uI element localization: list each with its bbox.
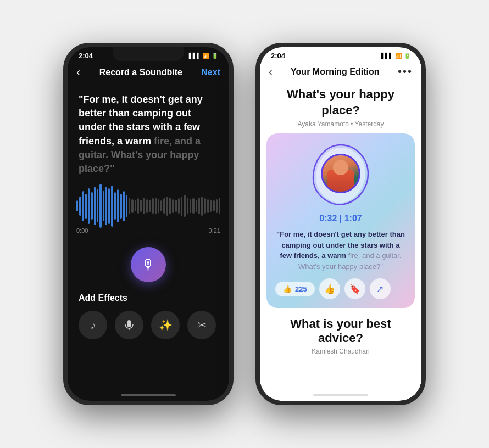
waveform-end: 0:21 — [209, 227, 220, 234]
right-nav-title: Your Morning Edition — [291, 67, 379, 77]
soundbite-card: 0:32 | 1:07 "For me, it doesn't get any … — [266, 133, 415, 308]
left-nav-title: Record a Soundbite — [99, 68, 182, 77]
right-notch — [305, 47, 376, 61]
waveform — [76, 187, 220, 225]
effects-row: ♪ ✨ ✂ — [79, 311, 218, 339]
right-time: 2:04 — [271, 52, 285, 60]
right-phone: 2:04 ▌▌▌ 📶 🔋 ‹ Your Morning Edition ••• … — [255, 43, 426, 405]
right-home-indicator — [313, 394, 368, 396]
home-indicator — [121, 394, 176, 396]
like-icon: 👍 — [283, 285, 292, 293]
mic-icon: 🎙 — [141, 256, 155, 273]
avatar-area — [275, 142, 406, 208]
post1-dot: • — [351, 120, 354, 128]
time-display: 0:32 | 1:07 — [275, 214, 406, 223]
share-button[interactable]: ↗ — [370, 278, 391, 299]
post2-author: Kamlesh Chaudhari — [312, 348, 369, 355]
post1-meta: Ayaka Yamamoto • Yesterday — [260, 120, 421, 128]
time-separator: | — [340, 214, 344, 223]
prompt-text: "For me, it doesn't get any better than … — [68, 84, 229, 182]
transcript: "For me, it doesn't get any better than … — [275, 229, 406, 272]
left-nav-bar: ‹ Record a Soundbite Next — [68, 62, 229, 84]
left-status-icons: ▌▌▌ 📶 🔋 — [189, 53, 218, 59]
avatar-blob — [310, 142, 371, 208]
voice-effect-button[interactable] — [115, 311, 143, 339]
actions-row: 👍 225 👍 🔖 ↗ — [275, 278, 406, 299]
time-total: 1:07 — [344, 214, 362, 223]
left-back-button[interactable]: ‹ — [76, 65, 80, 80]
cut-effect-button[interactable]: ✂ — [187, 311, 216, 339]
effects-section: Add Effects ♪ ✨ ✂ — [68, 282, 229, 339]
post2-meta: Kamlesh Chaudhari — [260, 348, 421, 355]
post1-time: Yesterday — [355, 120, 384, 128]
effects-title: Add Effects — [79, 293, 218, 303]
like-button[interactable]: 👍 225 — [275, 282, 315, 296]
mic-button[interactable]: 🎙 — [131, 247, 166, 282]
right-status-icons: ▌▌▌ 📶 🔋 — [381, 53, 410, 59]
right-back-button[interactable]: ‹ — [269, 65, 273, 78]
magic-effect-button[interactable]: ✨ — [151, 311, 180, 339]
avatar-image — [321, 154, 360, 193]
waveform-container: 0:00 0:21 — [68, 187, 229, 234]
right-nav-bar: ‹ Your Morning Edition ••• — [260, 62, 421, 82]
right-more-button[interactable]: ••• — [398, 65, 413, 78]
music-effect-button[interactable]: ♪ — [79, 311, 107, 339]
like-count: 225 — [295, 285, 307, 293]
left-next-button[interactable]: Next — [201, 68, 220, 77]
notch — [113, 47, 184, 61]
post1-author: Ayaka Yamamoto — [298, 120, 349, 128]
voice-effect-icon — [123, 319, 135, 331]
waveform-times: 0:00 0:21 — [76, 227, 220, 234]
post2-title: What is your best advice? — [260, 308, 421, 348]
post1-title: What's your happy place? — [260, 82, 421, 120]
left-time: 2:04 — [79, 52, 93, 60]
waveform-start: 0:00 — [76, 227, 88, 234]
mic-button-area: 🎙 — [68, 247, 229, 282]
time-current: 0:32 — [319, 214, 337, 223]
thumbsup-button[interactable]: 👍 — [319, 278, 340, 299]
left-phone: 2:04 ▌▌▌ 📶 🔋 ‹ Record a Soundbite Next "… — [63, 43, 234, 405]
bookmark-button[interactable]: 🔖 — [344, 278, 365, 299]
